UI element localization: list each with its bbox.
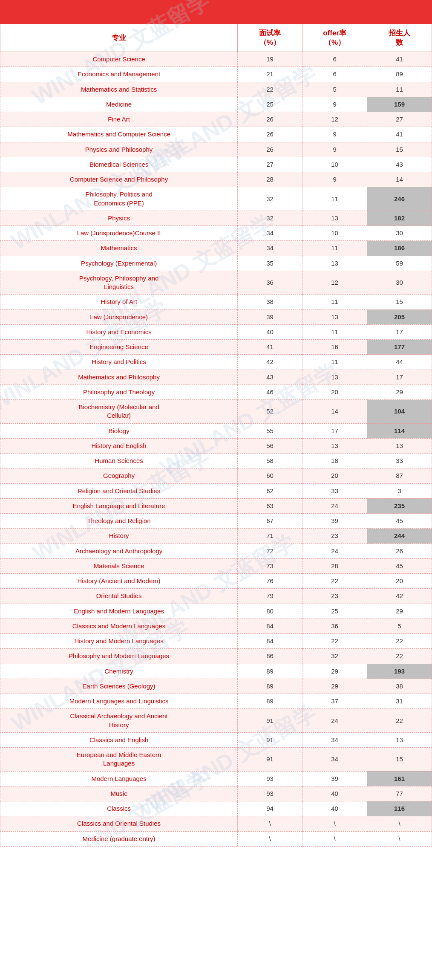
cell-interview-rate: 41: [238, 340, 302, 355]
cell-major: Music: [0, 786, 238, 801]
table-header-row: 专业 面试率（%） offer率（%） 招生人数: [0, 24, 432, 52]
cell-interview-rate: 86: [238, 649, 302, 664]
table-row: Economics and Management21689: [0, 67, 432, 82]
cell-interview-rate: 91: [238, 709, 302, 733]
cell-offer-rate: 13: [302, 370, 367, 384]
cell-major: Classics and Modern Languages: [0, 619, 238, 633]
table-row: English and Modern Languages802529: [0, 604, 432, 619]
cell-enrollment: 29: [367, 384, 432, 399]
cell-offer-rate: 6: [302, 52, 367, 67]
cell-interview-rate: 28: [238, 172, 302, 187]
cell-major: Engineering Science: [0, 340, 238, 355]
table-row: Philosophy and Theology462029: [0, 384, 432, 399]
cell-offer-rate: 22: [302, 574, 367, 589]
cell-major: Modern Languages: [0, 771, 238, 786]
cell-enrollment: 29: [367, 604, 432, 619]
cell-enrollment: 177: [367, 340, 432, 355]
cell-interview-rate: 43: [238, 370, 302, 384]
cell-offer-rate: 25: [302, 604, 367, 619]
cell-offer-rate: 32: [302, 649, 367, 664]
table-row: History and Economics401117: [0, 324, 432, 339]
cell-interview-rate: 25: [238, 97, 302, 112]
cell-enrollment: 17: [367, 324, 432, 339]
cell-major: Psychology, Philosophy andLinguistics: [0, 271, 238, 295]
cell-major: Classics and Oriental Studies: [0, 816, 238, 831]
cell-enrollment: 59: [367, 256, 432, 271]
cell-enrollment: 15: [367, 295, 432, 309]
cell-major: Biomedical Sciences: [0, 157, 238, 172]
cell-major: Psychology (Experimental): [0, 256, 238, 271]
cell-offer-rate: 11: [302, 295, 367, 309]
cell-offer-rate: 39: [302, 771, 367, 786]
cell-major: Physics and Philosophy: [0, 142, 238, 157]
cell-offer-rate: 37: [302, 694, 367, 709]
cell-enrollment: 22: [367, 709, 432, 733]
col-header-offer: offer率（%）: [302, 24, 367, 52]
table-row: Law (Jurisprudence)Course II341030: [0, 226, 432, 241]
table-row: European and Middle EasternLanguages9134…: [0, 748, 432, 772]
cell-interview-rate: 94: [238, 801, 302, 816]
cell-major: Economics and Management: [0, 67, 238, 82]
cell-major: English and Modern Languages: [0, 604, 238, 619]
cell-enrollment: 15: [367, 142, 432, 157]
cell-offer-rate: 11: [302, 355, 367, 370]
table-row: Physics and Philosophy26915: [0, 142, 432, 157]
table-row: Psychology, Philosophy andLinguistics361…: [0, 271, 432, 295]
cell-interview-rate: 84: [238, 619, 302, 633]
cell-major: History and English: [0, 438, 238, 453]
cell-major: Computer Science: [0, 52, 238, 67]
cell-offer-rate: 39: [302, 514, 367, 529]
cell-enrollment: 205: [367, 309, 432, 324]
cell-offer-rate: 9: [302, 172, 367, 187]
cell-offer-rate: \: [302, 831, 367, 846]
table-row: Classics9440116: [0, 801, 432, 816]
table-row: Engineering Science4116177: [0, 340, 432, 355]
cell-interview-rate: 42: [238, 355, 302, 370]
cell-enrollment: 30: [367, 226, 432, 241]
cell-major: Geography: [0, 468, 238, 483]
cell-major: Chemistry: [0, 664, 238, 679]
header: [0, 0, 432, 24]
table-row: Psychology (Experimental)351359: [0, 256, 432, 271]
cell-interview-rate: 34: [238, 226, 302, 241]
table-row: Modern Languages and Linguistics893731: [0, 694, 432, 709]
cell-major: Philosophy and Modern Languages: [0, 649, 238, 664]
table-row: History (Ancient and Modern)762220: [0, 574, 432, 589]
page-wrapper: WINLAND 文蓝留学 WINLAND 文蓝留学 WINLAND 文蓝留学 W…: [0, 0, 432, 847]
cell-enrollment: 43: [367, 157, 432, 172]
cell-offer-rate: 9: [302, 127, 367, 142]
cell-interview-rate: 26: [238, 142, 302, 157]
cell-offer-rate: 34: [302, 732, 367, 747]
cell-major: History: [0, 529, 238, 543]
cell-interview-rate: 26: [238, 127, 302, 142]
cell-major: Materials Science: [0, 558, 238, 573]
cell-interview-rate: 91: [238, 748, 302, 772]
table-row: History and Modern Languages842222: [0, 634, 432, 649]
cell-interview-rate: 32: [238, 187, 302, 211]
table-row: Computer Science19641: [0, 52, 432, 67]
cell-interview-rate: 63: [238, 498, 302, 513]
cell-major: English Language and Literature: [0, 498, 238, 513]
table-row: Biomedical Sciences271043: [0, 157, 432, 172]
cell-major: Philosophy, Politics andEconomics (PPE): [0, 187, 238, 211]
cell-major: Oriental Studies: [0, 589, 238, 604]
cell-major: Mathematics and Statistics: [0, 82, 238, 97]
table-row: Computer Science and Philosophy28914: [0, 172, 432, 187]
cell-major: History and Modern Languages: [0, 634, 238, 649]
table-row: History and English561313: [0, 438, 432, 453]
table-row: English Language and Literature6324235: [0, 498, 432, 513]
cell-enrollment: 44: [367, 355, 432, 370]
cell-offer-rate: 9: [302, 97, 367, 112]
cell-offer-rate: 29: [302, 664, 367, 679]
cell-offer-rate: 23: [302, 529, 367, 543]
cell-interview-rate: 34: [238, 241, 302, 256]
cell-enrollment: 13: [367, 438, 432, 453]
cell-interview-rate: 58: [238, 454, 302, 468]
data-table: 专业 面试率（%） offer率（%） 招生人数 Computer Scienc…: [0, 24, 432, 847]
cell-interview-rate: 62: [238, 483, 302, 498]
cell-enrollment: 42: [367, 589, 432, 604]
cell-enrollment: 3: [367, 483, 432, 498]
cell-enrollment: 22: [367, 649, 432, 664]
cell-interview-rate: 93: [238, 786, 302, 801]
cell-enrollment: \: [367, 831, 432, 846]
